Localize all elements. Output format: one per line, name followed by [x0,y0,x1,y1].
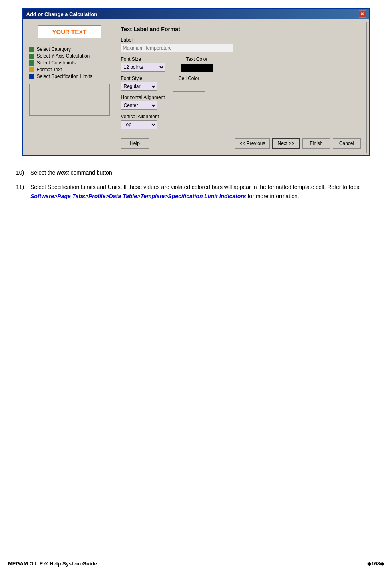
text-color-swatch[interactable] [181,64,213,72]
font-size-select[interactable]: 8 points 10 points 12 points 14 points 1… [121,63,165,72]
font-style-label: Font Style [121,76,157,81]
menu-item-label: Select Specification Limits [37,74,92,79]
menu-items-list: Select Category Select Y-Axis Calculatio… [29,46,110,79]
step-11-text-after: for more information. [246,193,299,199]
dialog-button-bar: Help << Previous Next >> Finish Cancel [121,135,361,149]
help-button[interactable]: Help [121,138,149,149]
left-bottom-preview-area [29,84,110,116]
cancel-button[interactable]: Cancel [333,138,361,149]
page-content: 10) Select the Next command button. 11) … [8,168,384,206]
step-10-bold: Next [57,169,69,176]
footer-left-text: MEGAM.O.L.E.® Help System Guide [8,561,97,567]
font-size-select-group: 8 points 10 points 12 points 14 points 1… [121,63,165,72]
font-style-select[interactable]: Regular Bold Italic Bold Italic [121,82,157,91]
menu-item-label: Select Constraints [37,60,76,66]
horiz-select-group: Left Center Right [121,101,361,110]
horizontal-alignment-select[interactable]: Left Center Right [121,101,157,110]
cell-color-swatch[interactable] [173,83,205,92]
menu-item-format-text[interactable]: Format Text [29,67,110,72]
left-panel: YOUR TEXT Select Category Select Y-Axis … [26,22,113,153]
menu-item-spec-limits[interactable]: Select Specification Limits [29,74,110,79]
dialog-window: Add or Change a Calculation ✕ YOUR TEXT … [22,8,370,156]
vert-select-group: Top Middle Bottom [121,120,361,129]
vertical-alignment-label: Vertical Alignment [121,114,361,119]
step-10: 10) Select the Next command button. [16,168,376,177]
footer-right-text: ◆168◆ [367,561,384,567]
next-button[interactable]: Next >> [272,138,300,149]
font-size-group: Font Size 8 points 10 points 12 points 1… [121,56,165,72]
dialog-title: Add or Change a Calculation [26,11,98,17]
dialog-close-button[interactable]: ✕ [359,10,366,18]
your-text-button[interactable]: YOUR TEXT [38,25,101,38]
page-footer: MEGAM.O.L.E.® Help System Guide ◆168◆ [0,558,392,569]
green-icon-category [29,47,34,52]
finish-button[interactable]: Finish [302,138,330,149]
cell-color-label: Cell Color [178,76,199,81]
menu-item-label: Select Category [37,46,71,52]
right-panel: Text Label and Format Label Font Size 8 … [115,22,367,153]
menu-item-select-constraints[interactable]: Select Constraints [29,60,110,66]
step-10-text: Select the Next command button. [30,168,114,177]
previous-button[interactable]: << Previous [235,138,269,149]
dialog-titlebar: Add or Change a Calculation ✕ [23,9,369,19]
font-style-row: Font Style Regular Bold Italic Bold Ital… [121,76,361,95]
step-11-number: 11) [16,183,28,191]
horizontal-alignment-label: Horizontal Alignment [121,95,361,100]
font-style-group: Font Style Regular Bold Italic Bold Ital… [121,76,157,91]
spec-limit-link[interactable]: Software>Page Tabs>Profile>Data Table>Te… [30,193,246,199]
dialog-body: YOUR TEXT Select Category Select Y-Axis … [23,19,369,155]
vertical-alignment-group: Vertical Alignment Top Middle Bottom [121,114,361,129]
green-icon-yaxis [29,54,34,59]
text-color-group: Text Color [181,56,213,72]
step-10-text-after: command button. [69,169,114,176]
right-panel-title: Text Label and Format [121,26,361,32]
menu-item-label: Format Text [37,67,62,72]
font-size-label: Font Size [121,56,165,62]
step-11-text: Select Specification Limits and Units. I… [30,183,376,201]
orange-icon-format [29,67,34,72]
font-size-row: Font Size 8 points 10 points 12 points 1… [121,56,361,76]
step-10-text-before: Select the [30,169,57,176]
label-field-group: Label [121,37,361,52]
font-style-select-group: Regular Bold Italic Bold Italic [121,82,157,91]
cell-color-group: Cell Color [173,76,205,92]
text-color-label: Text Color [186,56,207,62]
step-10-number: 10) [16,168,28,177]
label-field-label: Label [121,37,361,43]
horizontal-alignment-group: Horizontal Alignment Left Center Right [121,95,361,110]
vertical-alignment-select[interactable]: Top Middle Bottom [121,120,157,129]
menu-item-label: Select Y-Axis Calculation [37,53,90,59]
step-11: 11) Select Specification Limits and Unit… [16,183,376,201]
menu-item-select-yaxis[interactable]: Select Y-Axis Calculation [29,53,110,59]
menu-item-select-category[interactable]: Select Category [29,46,110,52]
label-input[interactable] [121,44,233,52]
step-11-text-before: Select Specification Limits and Units. I… [30,184,360,190]
green-icon-constraints [29,60,34,66]
blue-icon-spec [29,74,34,79]
